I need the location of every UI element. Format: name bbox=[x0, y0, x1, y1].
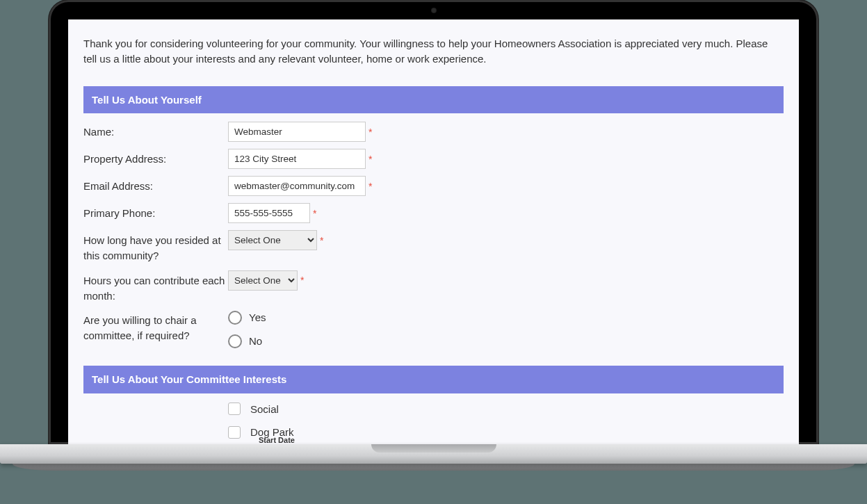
row-address: Property Address: * bbox=[83, 149, 784, 169]
resided-select[interactable]: Select One bbox=[228, 230, 317, 250]
label-hours: Hours you can contribute each month: bbox=[83, 270, 228, 304]
radio-label-yes: Yes bbox=[249, 310, 266, 325]
address-input[interactable] bbox=[228, 149, 366, 169]
row-chair: Are you willing to chair a committee, if… bbox=[83, 310, 784, 349]
name-input[interactable] bbox=[228, 122, 366, 142]
radio-no[interactable]: No bbox=[228, 334, 266, 349]
required-mark: * bbox=[368, 179, 372, 193]
checkbox-dog-park[interactable]: Dog Park bbox=[228, 425, 784, 440]
camera-icon bbox=[431, 8, 437, 13]
checkbox-social[interactable]: Social bbox=[228, 402, 784, 417]
label-resided: How long have you resided at this commun… bbox=[83, 230, 228, 263]
checkbox-icon[interactable] bbox=[228, 403, 241, 415]
radio-icon[interactable] bbox=[228, 311, 242, 325]
radio-label-no: No bbox=[249, 334, 262, 349]
row-email: Email Address: * bbox=[83, 176, 784, 196]
email-input[interactable] bbox=[228, 176, 366, 196]
form-content: Thank you for considering volunteering f… bbox=[68, 28, 799, 444]
laptop-frame: Thank you for considering volunteering f… bbox=[49, 0, 818, 444]
label-address: Property Address: bbox=[83, 149, 228, 167]
required-mark: * bbox=[320, 234, 323, 247]
required-mark: * bbox=[300, 273, 304, 287]
label-phone: Primary Phone: bbox=[83, 203, 228, 221]
section-header-interests: Tell Us About Your Committee Interests bbox=[83, 366, 784, 393]
cutoff-label: Start Date bbox=[259, 436, 295, 444]
label-email: Email Address: bbox=[83, 176, 228, 194]
row-name: Name: * bbox=[83, 122, 784, 142]
row-phone: Primary Phone: * bbox=[83, 203, 784, 223]
hours-select[interactable]: Select One bbox=[228, 270, 298, 291]
interests-group: Social Dog Park Landscape bbox=[83, 402, 784, 445]
section-header-yourself: Tell Us About Yourself bbox=[83, 86, 784, 114]
trackpad-notch bbox=[371, 444, 496, 453]
radio-icon[interactable] bbox=[228, 334, 242, 348]
checkbox-icon[interactable] bbox=[228, 426, 241, 439]
screen: Thank you for considering volunteering f… bbox=[68, 19, 799, 444]
phone-input[interactable] bbox=[228, 203, 310, 223]
label-name: Name: bbox=[83, 122, 228, 140]
label-chair: Are you willing to chair a committee, if… bbox=[83, 310, 228, 343]
intro-text: Thank you for considering volunteering f… bbox=[83, 36, 784, 67]
required-mark: * bbox=[313, 206, 316, 220]
required-mark: * bbox=[368, 152, 372, 166]
row-resided: How long have you resided at this commun… bbox=[83, 230, 784, 263]
radio-yes[interactable]: Yes bbox=[228, 310, 266, 325]
laptop-base bbox=[0, 444, 867, 472]
checkbox-label: Social bbox=[250, 402, 279, 417]
required-mark: * bbox=[368, 125, 372, 139]
row-hours: Hours you can contribute each month: Sel… bbox=[83, 270, 784, 304]
laptop-mockup: Thank you for considering volunteering f… bbox=[0, 0, 867, 472]
